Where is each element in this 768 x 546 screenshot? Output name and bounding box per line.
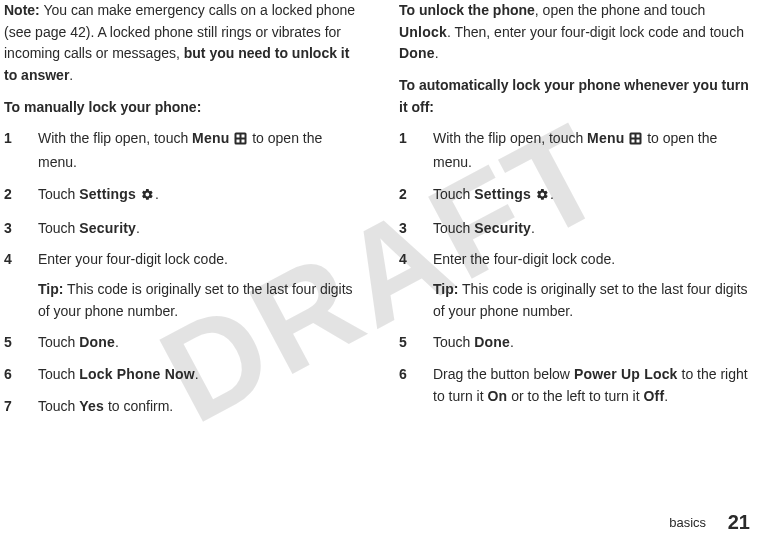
step-number: 1	[4, 128, 38, 173]
text: or to the left to turn it	[507, 388, 643, 404]
text: .	[531, 220, 535, 236]
text: to confirm.	[104, 398, 173, 414]
list-item: 1 With the flip open, touch Menu to open…	[4, 128, 359, 173]
off-label: Off	[644, 388, 665, 404]
text: .	[155, 186, 159, 202]
text: Enter your four-digit lock code.	[38, 251, 228, 267]
settings-label: Settings	[79, 186, 136, 202]
page-number: 21	[728, 511, 750, 533]
on-label: On	[487, 388, 507, 404]
text: Touch	[38, 366, 79, 382]
done-label: Done	[79, 334, 115, 350]
note-label: Note:	[4, 2, 40, 18]
list-item: 6 Touch Lock Phone Now.	[4, 364, 359, 386]
text: Enter the four-digit lock code.	[433, 251, 615, 267]
text: With the flip open, touch	[433, 130, 587, 146]
list-item: 3 Touch Security.	[4, 218, 359, 240]
page-footer: basics 21	[669, 507, 750, 538]
list-item: 2 Touch Settings .	[4, 184, 359, 208]
list-item: 5 Touch Done.	[4, 332, 359, 354]
list-item: 1 With the flip open, touch Menu to open…	[399, 128, 754, 173]
left-column: Note: You can make emergency calls on a …	[4, 0, 359, 427]
menu-label: Menu	[587, 130, 624, 146]
list-item: 6 Drag the button below Power Up Lock to…	[399, 364, 754, 407]
text: .	[136, 220, 140, 236]
step-body: Touch Yes to confirm.	[38, 396, 359, 418]
step-body: Drag the button below Power Up Lock to t…	[433, 364, 754, 407]
gear-icon	[536, 186, 549, 208]
text: Touch	[38, 186, 79, 202]
powerup-label: Power Up Lock	[574, 366, 678, 382]
step-number: 3	[399, 218, 433, 240]
manual-lock-heading: To manually lock your phone:	[4, 97, 359, 119]
tip-label: Tip:	[38, 281, 63, 297]
settings-label: Settings	[474, 186, 531, 202]
svg-rect-7	[637, 135, 640, 138]
svg-rect-3	[237, 140, 240, 143]
yes-label: Yes	[79, 398, 104, 414]
note-body-c: .	[69, 67, 73, 83]
done-label: Done	[399, 45, 435, 61]
step-body: Touch Done.	[433, 332, 754, 354]
svg-rect-0	[235, 133, 247, 145]
step-number: 2	[4, 184, 38, 208]
text: .	[510, 334, 514, 350]
step-body: Touch Security.	[38, 218, 359, 240]
svg-rect-5	[630, 133, 642, 145]
step-number: 4	[4, 249, 38, 322]
svg-rect-4	[242, 140, 245, 143]
text: . Then, enter your four-digit lock code …	[447, 24, 744, 40]
lockphone-label: Lock Phone Now	[79, 366, 195, 382]
text: Touch	[38, 220, 79, 236]
list-item: 5 Touch Done.	[399, 332, 754, 354]
page-content: Note: You can make emergency calls on a …	[0, 0, 768, 427]
step-body: With the flip open, touch Menu to open t…	[433, 128, 754, 173]
step-number: 4	[399, 249, 433, 322]
step-body: Touch Settings .	[38, 184, 359, 208]
menu-grid-icon	[234, 130, 247, 152]
text: .	[550, 186, 554, 202]
tip-paragraph: Tip: This code is originally set to the …	[38, 279, 359, 322]
done-label: Done	[474, 334, 510, 350]
tip-paragraph: Tip: This code is originally set to the …	[433, 279, 754, 322]
step-number: 6	[399, 364, 433, 407]
note-paragraph: Note: You can make emergency calls on a …	[4, 0, 359, 87]
list-item: 4 Enter your four-digit lock code. Tip: …	[4, 249, 359, 322]
text: Touch	[38, 398, 79, 414]
security-label: Security	[79, 220, 136, 236]
step-body: Touch Done.	[38, 332, 359, 354]
step-body: Enter the four-digit lock code. Tip: Thi…	[433, 249, 754, 322]
step-number: 7	[4, 396, 38, 418]
text: Drag the button below	[433, 366, 574, 382]
footer-section: basics	[669, 515, 706, 530]
step-body: Enter your four-digit lock code. Tip: Th…	[38, 249, 359, 322]
text: Touch	[433, 186, 474, 202]
step-body: Touch Lock Phone Now.	[38, 364, 359, 386]
unlock-paragraph: To unlock the phone, open the phone and …	[399, 0, 754, 65]
step-number: 2	[399, 184, 433, 208]
auto-lock-heading: To automatically lock your phone wheneve…	[399, 75, 754, 118]
step-number: 6	[4, 364, 38, 386]
unlock-label: Unlock	[399, 24, 447, 40]
tip-label: Tip:	[433, 281, 458, 297]
text: With the flip open, touch	[38, 130, 192, 146]
text: Touch	[433, 334, 474, 350]
text: .	[435, 45, 439, 61]
unlock-heading: To unlock the phone	[399, 2, 535, 18]
menu-grid-icon	[629, 130, 642, 152]
text: , open the phone and touch	[535, 2, 705, 18]
step-body: Touch Security.	[433, 218, 754, 240]
text: .	[664, 388, 668, 404]
manual-lock-steps: 1 With the flip open, touch Menu to open…	[4, 128, 359, 417]
list-item: 4 Enter the four-digit lock code. Tip: T…	[399, 249, 754, 322]
step-number: 5	[4, 332, 38, 354]
svg-rect-1	[237, 135, 240, 138]
list-item: 2 Touch Settings .	[399, 184, 754, 208]
text: This code is originally set to the last …	[433, 281, 748, 319]
svg-rect-6	[632, 135, 635, 138]
svg-rect-2	[242, 135, 245, 138]
gear-icon	[141, 186, 154, 208]
text: .	[115, 334, 119, 350]
right-column: To unlock the phone, open the phone and …	[399, 0, 754, 427]
menu-label: Menu	[192, 130, 229, 146]
